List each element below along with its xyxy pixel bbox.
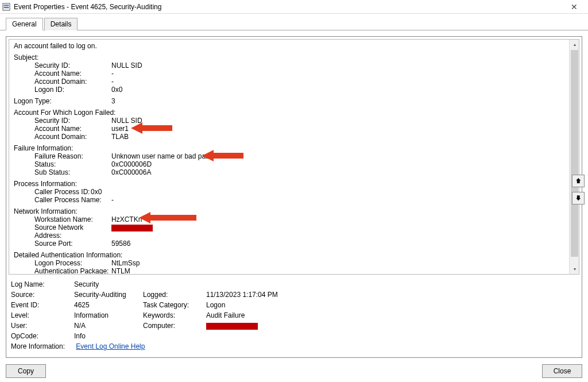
scroll-up-icon[interactable]: ▴ bbox=[570, 40, 579, 49]
net-ws-value: HzXCTKn bbox=[111, 215, 142, 223]
subject-title: Subject: bbox=[14, 53, 574, 61]
prev-event-button[interactable]: 🡅 bbox=[572, 175, 585, 187]
fa-domain-label: Account Domain: bbox=[14, 133, 111, 141]
auth-proc-value: NtLmSsp bbox=[111, 259, 140, 267]
scroll-down-icon[interactable]: ▾ bbox=[570, 264, 579, 274]
fa-secid-value: NULL SID bbox=[111, 117, 142, 125]
failure-reason-label: Failure Reason: bbox=[14, 152, 111, 160]
net-addr-value bbox=[111, 223, 153, 240]
window-titlebar: Event Properties - Event 4625, Security-… bbox=[0, 0, 588, 14]
failure-title: Failure Information: bbox=[14, 144, 574, 152]
log-name-label: Log Name: bbox=[11, 280, 74, 288]
computer-label: Computer: bbox=[143, 322, 206, 330]
failure-reason-value: Unknown user name or bad password. bbox=[111, 152, 229, 160]
auth-proc-label: Logon Process: bbox=[14, 259, 111, 267]
taskcat-label: Task Category: bbox=[143, 301, 206, 309]
opcode-value: Info bbox=[74, 332, 143, 340]
net-port-value: 59586 bbox=[111, 240, 130, 248]
close-button[interactable]: Close bbox=[542, 364, 582, 378]
net-port-label: Source Port: bbox=[14, 240, 111, 248]
net-addr-label: Source Network Address: bbox=[14, 223, 111, 240]
keywords-label: Keywords: bbox=[143, 311, 206, 319]
level-value: Information bbox=[74, 311, 143, 319]
fa-secid-label: Security ID: bbox=[14, 117, 111, 125]
keywords-value: Audit Failure bbox=[206, 311, 577, 319]
process-id-value: 0x0 bbox=[91, 188, 102, 196]
tab-general[interactable]: General bbox=[6, 18, 43, 30]
summary-grid: Log Name: Security Source: Security-Audi… bbox=[9, 275, 579, 352]
scroll-thumb[interactable] bbox=[571, 50, 578, 257]
process-title: Process Information: bbox=[14, 180, 574, 188]
redacted-block bbox=[111, 225, 153, 231]
fa-acct-label: Account Name: bbox=[14, 125, 111, 133]
subject-domain-label: Account Domain: bbox=[14, 78, 111, 86]
subject-acct-value: - bbox=[111, 70, 114, 78]
user-label: User: bbox=[11, 322, 74, 330]
next-event-button[interactable]: 🡇 bbox=[572, 192, 585, 204]
log-name-value: Security bbox=[74, 280, 143, 288]
event-panel: An account failed to log on. Subject: Se… bbox=[6, 36, 582, 358]
headline-section: An account failed to log on. bbox=[14, 42, 574, 50]
network-title: Network Information: bbox=[14, 207, 574, 215]
auth-pkg-value: NTLM bbox=[111, 267, 130, 275]
subject-logonid-value: 0x0 bbox=[111, 86, 122, 94]
source-label: Source: bbox=[11, 291, 74, 299]
auth-pkg-label: Authentication Package: bbox=[14, 267, 111, 275]
subject-domain-value: - bbox=[111, 78, 114, 86]
level-label: Level: bbox=[11, 311, 74, 319]
tabstrip: General Details bbox=[0, 14, 588, 30]
window-title: Event Properties - Event 4625, Security-… bbox=[14, 3, 563, 11]
subject-acct-label: Account Name: bbox=[14, 70, 111, 78]
event-nav-buttons: 🡅 🡇 bbox=[572, 175, 585, 204]
event-icon bbox=[2, 3, 10, 11]
window-close-button[interactable]: ✕ bbox=[563, 2, 586, 11]
failure-substatus-value: 0xC000006A bbox=[111, 168, 151, 176]
eventid-label: Event ID: bbox=[11, 301, 74, 309]
subject-secid-value: NULL SID bbox=[111, 61, 142, 70]
event-description: An account failed to log on. Subject: Se… bbox=[9, 39, 579, 275]
arrow-down-icon: 🡇 bbox=[575, 195, 582, 202]
subject-logonid-label: Logon ID: bbox=[14, 86, 111, 94]
auth-title: Detailed Authentication Information: bbox=[14, 251, 574, 259]
net-ws-label: Workstation Name: bbox=[14, 215, 111, 223]
process-name-value: - bbox=[111, 196, 114, 204]
arrow-up-icon: 🡅 bbox=[575, 178, 582, 184]
moreinfo-label: More Information: bbox=[11, 342, 74, 350]
failure-substatus-label: Sub Status: bbox=[14, 168, 111, 176]
svg-rect-1 bbox=[4, 5, 9, 6]
process-name-label: Caller Process Name: bbox=[14, 196, 111, 204]
tab-details[interactable]: Details bbox=[44, 18, 78, 30]
failed-acct-title: Account For Which Logon Failed: bbox=[14, 109, 574, 117]
svg-rect-2 bbox=[4, 7, 9, 8]
logged-value: 11/13/2023 1:17:04 PM bbox=[206, 291, 577, 299]
headline-text: An account failed to log on. bbox=[14, 42, 574, 50]
computer-value bbox=[206, 322, 577, 330]
failure-status-value: 0xC000006D bbox=[111, 160, 152, 168]
taskcat-value: Logon bbox=[206, 301, 577, 309]
logon-type-value: 3 bbox=[91, 97, 115, 105]
failure-status-label: Status: bbox=[14, 160, 111, 168]
logon-type-label: Logon Type: bbox=[14, 97, 91, 105]
redacted-block bbox=[206, 323, 258, 330]
scrollbar[interactable]: ▴ ▾ bbox=[569, 40, 579, 274]
dialog-footer: Copy Close bbox=[0, 360, 588, 382]
logged-label: Logged: bbox=[143, 291, 206, 299]
opcode-label: OpCode: bbox=[11, 332, 74, 340]
fa-domain-value: TLAB bbox=[111, 133, 129, 141]
event-log-help-link[interactable]: Event Log Online Help bbox=[76, 342, 145, 350]
eventid-value: 4625 bbox=[74, 301, 143, 309]
source-value: Security-Auditing bbox=[74, 291, 143, 299]
user-value: N/A bbox=[74, 322, 143, 330]
copy-button[interactable]: Copy bbox=[6, 364, 46, 378]
fa-acct-value: user1 bbox=[111, 125, 129, 133]
subject-secid-label: Security ID: bbox=[14, 61, 111, 70]
